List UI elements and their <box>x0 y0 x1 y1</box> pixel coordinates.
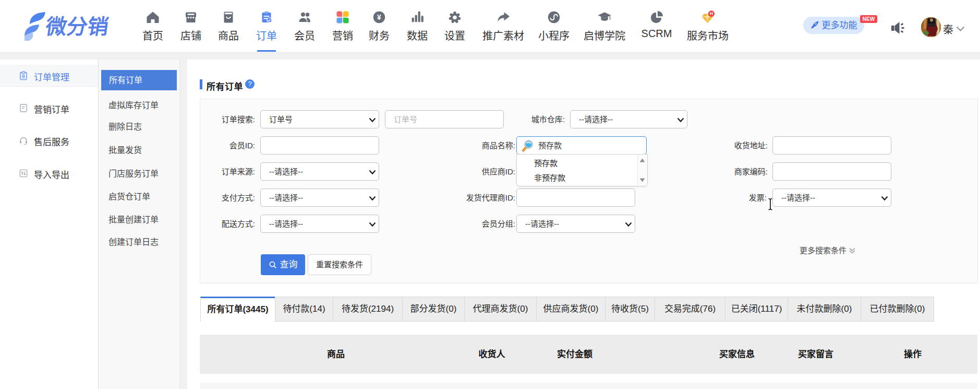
svg-text:¥: ¥ <box>377 13 381 21</box>
svg-text:微分销: 微分销 <box>44 15 109 39</box>
svg-text:H: H <box>710 11 713 16</box>
